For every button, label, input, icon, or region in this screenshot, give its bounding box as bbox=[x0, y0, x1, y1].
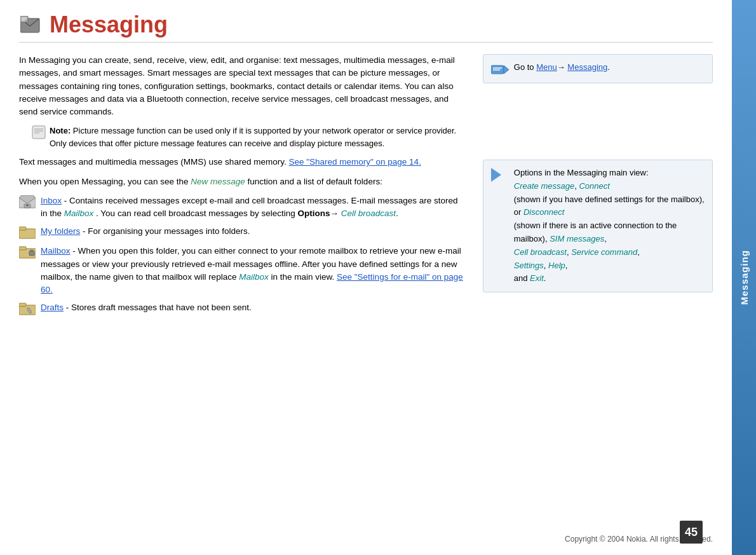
options-text: Options bbox=[298, 209, 330, 218]
arrow-text: → bbox=[330, 209, 339, 218]
goto-menu-box: Go to Menu→ Messaging. bbox=[483, 54, 713, 83]
goto-menu-text: Go to Menu→ Messaging. bbox=[514, 61, 705, 74]
service-command-link[interactable]: Service command bbox=[571, 247, 637, 257]
svg-marker-22 bbox=[504, 65, 509, 74]
note-icon bbox=[32, 125, 46, 139]
exit-link[interactable]: Exit bbox=[530, 273, 544, 283]
cell-broadcast-link-right[interactable]: Cell broadcast bbox=[514, 247, 567, 257]
svg-rect-14 bbox=[19, 227, 26, 230]
options-box: Options in the Messaging main view: Crea… bbox=[483, 160, 713, 292]
myfolders-icon bbox=[19, 226, 36, 240]
new-message-link[interactable]: New message bbox=[191, 177, 245, 186]
main-content: Messaging In Messaging you can create, s… bbox=[0, 0, 732, 555]
drafts-text: Drafts - Stores draft messages that have… bbox=[41, 301, 252, 314]
myfolders-folder-item: My folders - For organising your message… bbox=[19, 225, 465, 240]
page-number: 45 bbox=[685, 526, 698, 539]
svg-rect-19 bbox=[19, 303, 26, 306]
mailbox-link-2[interactable]: Mailbox bbox=[239, 272, 269, 282]
svg-rect-17 bbox=[29, 251, 34, 256]
mailbox-text: Mailbox - When you open this folder, you… bbox=[41, 245, 465, 296]
goto-menu-icon bbox=[491, 62, 509, 76]
page-title: Messaging bbox=[50, 11, 168, 38]
settings-link-right[interactable]: Settings bbox=[514, 261, 544, 270]
svg-rect-5 bbox=[32, 126, 45, 139]
mailbox-link-1[interactable]: Mailbox bbox=[64, 209, 94, 218]
menu-link[interactable]: Menu bbox=[536, 62, 557, 72]
drafts-link[interactable]: Drafts bbox=[41, 303, 64, 312]
help-link[interactable]: Help bbox=[548, 261, 565, 270]
shared-memory-paragraph: Text messages and multimedia messages (M… bbox=[19, 156, 465, 168]
options-box-text: Options in the Messaging main view: Crea… bbox=[514, 167, 705, 285]
footer: Copyright © 2004 Nokia. All rights reser… bbox=[19, 528, 713, 544]
intro-paragraph: In Messaging you can create, send, recei… bbox=[19, 54, 465, 118]
page-number-box: 45 bbox=[680, 521, 703, 544]
svg-marker-25 bbox=[491, 168, 501, 182]
new-message-paragraph: When you open Messaging, you can see the… bbox=[19, 175, 465, 188]
svg-rect-16 bbox=[19, 247, 26, 250]
create-message-link[interactable]: Create message bbox=[514, 181, 574, 191]
side-tab-label: Messaging bbox=[739, 250, 750, 305]
drafts-folder-item: Drafts - Stores draft messages that have… bbox=[19, 301, 465, 316]
drafts-icon bbox=[19, 302, 36, 316]
disconnect-link[interactable]: Disconnect bbox=[523, 207, 564, 217]
note-body: Picture message function can be used onl… bbox=[50, 126, 456, 148]
sim-messages-link[interactable]: SIM messages bbox=[550, 234, 604, 243]
inbox-text: Inbox - Contains received messages excep… bbox=[41, 195, 465, 221]
connect-link[interactable]: Connect bbox=[579, 181, 609, 191]
inbox-icon bbox=[19, 195, 36, 209]
messaging-link-right[interactable]: Messaging bbox=[567, 62, 607, 72]
right-column: Go to Menu→ Messaging. Options in the Me… bbox=[483, 54, 713, 528]
inbox-folder-item: Inbox - Contains received messages excep… bbox=[19, 195, 465, 221]
note-text: Note: Picture message function can be us… bbox=[50, 125, 465, 149]
side-tab: Messaging bbox=[732, 0, 756, 555]
note-label: Note: bbox=[50, 126, 71, 135]
myfolders-text: My folders - For organising your message… bbox=[41, 225, 250, 238]
mailbox-link-main[interactable]: Mailbox bbox=[41, 246, 71, 256]
shared-memory-link[interactable]: See "Shared memory" on page 14. bbox=[288, 157, 421, 167]
mailbox-folder-item: Mailbox - When you open this folder, you… bbox=[19, 245, 465, 296]
left-column: In Messaging you can create, send, recei… bbox=[19, 54, 465, 528]
inbox-link[interactable]: Inbox bbox=[41, 196, 62, 205]
messaging-envelope-icon bbox=[19, 15, 43, 35]
note-box: Note: Picture message function can be us… bbox=[32, 125, 465, 149]
cell-broadcast-link[interactable]: Cell broadcast bbox=[341, 209, 396, 218]
mailbox-icon bbox=[19, 245, 36, 259]
options-arrow-icon bbox=[491, 168, 509, 182]
myfolders-link[interactable]: My folders bbox=[41, 226, 80, 236]
two-col-layout: In Messaging you can create, send, recei… bbox=[19, 54, 713, 528]
page-header: Messaging bbox=[19, 11, 713, 43]
